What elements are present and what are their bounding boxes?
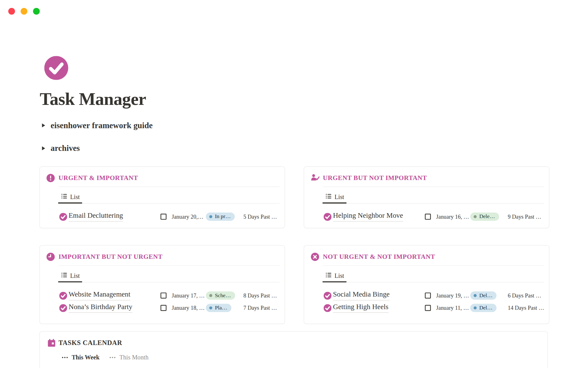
quadrant-urgent-not-important: URGENT BUT NOT IMPORTANT List Helping Ne… xyxy=(304,166,549,228)
tasks-calendar-card: TASKS CALENDAR This Week This Month xyxy=(40,331,548,368)
close-window-button[interactable] xyxy=(8,8,15,15)
status-dot-icon xyxy=(474,306,477,309)
toggle-archives[interactable]: archives xyxy=(42,143,80,154)
task-row: Website Management January 17, … Sche… 8… xyxy=(40,290,285,302)
view-dots-icon xyxy=(62,356,68,358)
tab-bar-border xyxy=(323,203,544,203)
list-icon xyxy=(61,272,68,280)
task-check-icon[interactable] xyxy=(59,213,67,221)
quadrant-not-urgent-not-important: NOT URGENT & NOT IMPORTANT List Social M… xyxy=(304,245,549,324)
quadrant-important-not-urgent: IMPORTANT BUT NOT URGENT List Website Ma… xyxy=(40,245,285,324)
task-check-icon[interactable] xyxy=(324,292,332,300)
toggle-label: eisenhower framework guide xyxy=(51,121,153,130)
active-tab-underline xyxy=(322,281,346,282)
status-badge[interactable]: Pla… xyxy=(206,304,231,312)
tab-list[interactable]: List xyxy=(61,272,80,280)
status-badge[interactable]: Sche… xyxy=(206,291,235,300)
task-date[interactable]: January 18, … xyxy=(172,305,205,311)
task-name[interactable]: Website Management xyxy=(69,290,130,301)
list-icon xyxy=(326,193,332,201)
tab-list[interactable]: List xyxy=(326,193,344,201)
divider xyxy=(323,266,544,266)
quadrant-urgent-important: URGENT & IMPORTANT List Email Declutteri… xyxy=(40,166,285,228)
quadrant-title: NOT URGENT & NOT IMPORTANT xyxy=(323,253,435,261)
status-dot-icon xyxy=(209,294,212,297)
view-dots-icon xyxy=(109,356,116,358)
task-name[interactable]: Getting High Heels xyxy=(333,303,388,313)
days-past-label: 9 Days Past … xyxy=(508,214,541,220)
notion-task-manager-page: Task Manager eisenhower framework guide … xyxy=(0,0,588,368)
x-circle-icon xyxy=(311,253,319,261)
tab-bar-border xyxy=(58,203,280,203)
divider xyxy=(58,187,280,187)
days-past-label: 7 Days Past … xyxy=(243,305,277,311)
task-date[interactable]: January 11, … xyxy=(436,305,469,311)
task-row: Social Media Binge January 19, … Del… 6 … xyxy=(304,290,549,302)
tab-label: This Month xyxy=(119,354,149,361)
clock-circle-icon xyxy=(47,253,55,261)
zoom-window-button[interactable] xyxy=(33,8,40,15)
calendar-icon xyxy=(47,339,56,347)
task-check-icon[interactable] xyxy=(59,292,67,300)
task-check-icon[interactable] xyxy=(324,213,332,221)
task-check-icon[interactable] xyxy=(59,304,67,312)
tab-this-month[interactable]: This Month xyxy=(109,354,149,361)
task-name[interactable]: Email Decluttering xyxy=(69,211,123,221)
task-checkbox[interactable] xyxy=(160,305,167,311)
task-date[interactable]: January 19, … xyxy=(436,293,469,299)
status-badge[interactable]: Del… xyxy=(470,304,497,312)
tab-label: List xyxy=(334,194,344,201)
list-icon xyxy=(326,272,332,280)
days-past-label: 8 Days Past … xyxy=(243,293,277,299)
tab-label: List xyxy=(70,272,80,280)
status-badge[interactable]: Dele… xyxy=(470,213,499,221)
days-past-label: 5 Days Past … xyxy=(243,214,277,220)
person-check-icon xyxy=(311,174,319,182)
task-checkbox[interactable] xyxy=(425,214,431,220)
task-date[interactable]: January 20,… xyxy=(172,214,203,220)
toggle-eisenhower-framework-guide[interactable]: eisenhower framework guide xyxy=(42,120,153,131)
task-name[interactable]: Helping Neighbor Move xyxy=(333,211,403,221)
window-controls xyxy=(8,8,40,15)
tab-list[interactable]: List xyxy=(326,272,344,280)
task-name[interactable]: Nona’s Birthday Party xyxy=(69,303,132,313)
list-icon xyxy=(61,193,68,201)
active-tab-underline xyxy=(322,202,346,204)
calendar-title: TASKS CALENDAR xyxy=(58,339,122,347)
active-tab-underline xyxy=(58,202,82,204)
task-checkbox[interactable] xyxy=(425,305,431,311)
status-badge[interactable]: Del… xyxy=(470,291,497,300)
task-check-icon[interactable] xyxy=(324,304,332,312)
task-name[interactable]: Social Media Binge xyxy=(333,290,390,301)
toggle-label: archives xyxy=(51,144,80,153)
tab-list[interactable]: List xyxy=(61,193,80,201)
active-tab-underline xyxy=(58,281,82,282)
status-dot-icon xyxy=(209,306,212,309)
task-date[interactable]: January 16, … xyxy=(436,214,469,220)
status-dot-icon xyxy=(474,215,477,218)
task-row: Helping Neighbor Move January 16, … Dele… xyxy=(304,211,549,223)
calendar-view-tabs: This Week This Month xyxy=(62,354,149,361)
divider xyxy=(58,266,280,266)
task-date[interactable]: January 17, … xyxy=(172,293,205,299)
tab-bar-border xyxy=(323,282,544,282)
tab-label: List xyxy=(334,272,344,280)
tab-this-week[interactable]: This Week xyxy=(62,354,100,361)
tab-bar-border xyxy=(58,282,280,282)
days-past-label: 6 Days Past … xyxy=(508,293,541,299)
toggle-triangle-icon xyxy=(42,146,45,151)
task-checkbox[interactable] xyxy=(425,293,431,299)
days-past-label: 14 Days Past … xyxy=(508,305,544,311)
task-row: Email Decluttering January 20,… In pr… 5… xyxy=(40,211,285,223)
quadrant-title: URGENT BUT NOT IMPORTANT xyxy=(323,174,427,182)
minimize-window-button[interactable] xyxy=(21,8,27,15)
tab-label: List xyxy=(70,194,80,201)
status-badge[interactable]: In pr… xyxy=(206,213,235,221)
task-checkbox[interactable] xyxy=(160,214,167,220)
tab-label: This Week xyxy=(72,354,100,361)
task-checkbox[interactable] xyxy=(160,293,167,299)
page-title: Task Manager xyxy=(40,89,146,109)
task-row: Getting High Heels January 11, … Del… 14… xyxy=(304,302,549,315)
toggle-triangle-icon xyxy=(42,123,45,128)
check-circle-icon[interactable] xyxy=(44,56,68,80)
